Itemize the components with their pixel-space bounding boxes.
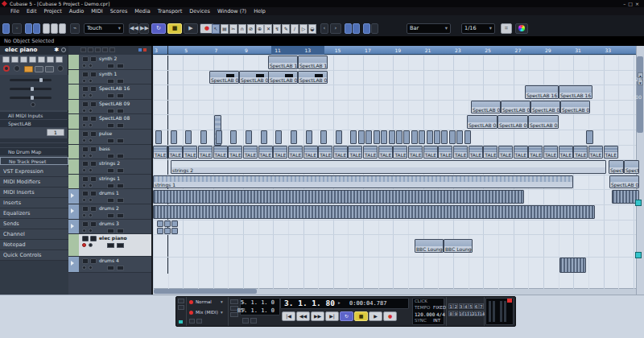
inspector-toggle-button[interactable] xyxy=(11,56,19,63)
edit-channel-button[interactable] xyxy=(107,168,114,173)
time-display-value[interactable]: 0:00:04.787 xyxy=(349,300,386,307)
edit-channel-button[interactable] xyxy=(107,123,114,128)
tempo-value[interactable]: 120.000 xyxy=(415,311,435,318)
part-spectlab-02[interactable]: SpectLAB 02 xyxy=(209,71,239,84)
part-tale[interactable]: TALE xyxy=(318,146,332,159)
part-tale[interactable]: TALE xyxy=(198,146,213,159)
record-button[interactable]: ● xyxy=(383,311,397,321)
part[interactable] xyxy=(389,130,395,144)
part[interactable] xyxy=(441,130,448,144)
part[interactable] xyxy=(559,258,586,273)
auto-fades-button[interactable] xyxy=(24,66,33,72)
edit-channel-button[interactable] xyxy=(107,154,114,159)
record-enable-button[interactable] xyxy=(82,229,86,233)
part-tale[interactable]: TALE xyxy=(258,146,273,159)
part-spectlab-02[interactable]: SpectLAB 02 xyxy=(239,71,269,84)
track-row-SpectLAB-08[interactable]: SpectLAB 08 xyxy=(68,114,151,130)
punch-in-button[interactable] xyxy=(230,299,238,304)
timebase-button[interactable] xyxy=(117,79,124,84)
track-list-header-button[interactable] xyxy=(102,47,108,52)
mute-button[interactable] xyxy=(82,161,89,167)
marker-button-7[interactable]: 7 xyxy=(479,303,484,309)
part-spectlab-16[interactable]: SpectLAB 16 xyxy=(559,85,592,99)
tempo-label[interactable]: TEMPO xyxy=(415,305,430,311)
punch-button[interactable] xyxy=(196,319,202,324)
rewind-button[interactable]: ◀◀ xyxy=(296,311,310,321)
menu-item-window[interactable]: Window (?) xyxy=(217,7,246,15)
program-row[interactable] xyxy=(0,143,68,147)
inspector-section-channel[interactable]: Channel xyxy=(0,229,68,240)
solo-button[interactable] xyxy=(90,191,97,196)
mute-button[interactable] xyxy=(82,72,89,77)
track-list-header-button[interactable] xyxy=(95,47,101,52)
part-spectlab-17[interactable]: SpectLAB 17 xyxy=(268,56,298,69)
monitor-button[interactable] xyxy=(89,229,93,233)
part[interactable] xyxy=(275,130,282,144)
edit-channel-button[interactable] xyxy=(107,109,114,113)
record-enable-button[interactable] xyxy=(82,243,86,247)
inspector-section-equalizers[interactable]: Equalizers xyxy=(0,208,68,219)
marker-button-14[interactable]: 14 xyxy=(479,311,484,316)
part[interactable] xyxy=(586,130,593,144)
goto-start-button[interactable]: |◀ xyxy=(282,311,295,321)
part-spectlab-09[interactable]: SpectLAB 09 xyxy=(530,101,560,114)
auto-quantize-button[interactable] xyxy=(189,319,195,324)
inspector-toggle-button[interactable] xyxy=(47,56,54,63)
track-row-elec-piano[interactable]: elec piano xyxy=(68,234,151,257)
record-enable-button[interactable] xyxy=(82,154,86,158)
part[interactable] xyxy=(216,130,222,144)
part-tale[interactable]: TALE xyxy=(543,146,558,159)
time-signature[interactable]: 4/4 xyxy=(436,311,445,318)
timebase-button[interactable] xyxy=(117,168,124,173)
part-tale[interactable]: TALE xyxy=(288,146,303,159)
record-mode-value[interactable]: Normal xyxy=(196,299,212,305)
inspector-section-midimodifiers[interactable]: MIDI Modifiers xyxy=(0,177,68,188)
right-locator-value[interactable]: 85. 1. 1. 0 xyxy=(237,307,275,314)
marker-button-8[interactable]: 8 xyxy=(448,311,453,316)
drum-map-knob[interactable] xyxy=(31,102,35,107)
show-inspector-button[interactable] xyxy=(25,23,32,34)
part[interactable] xyxy=(171,228,178,234)
menu-item-scores[interactable]: Scores xyxy=(110,7,128,15)
part-tale[interactable]: TALE xyxy=(213,146,228,159)
solo-button[interactable] xyxy=(90,72,97,77)
part-spectlab-02[interactable]: SpectLAB 02 xyxy=(298,71,328,84)
drum-map-row[interactable]: No Drum Map xyxy=(0,148,68,155)
track-row-drums-2[interactable]: drums 2 xyxy=(68,204,151,220)
part-tale[interactable]: TALE xyxy=(168,146,183,159)
record-enable-button[interactable] xyxy=(82,198,86,202)
timebase-button[interactable] xyxy=(117,198,124,203)
record-enable-button[interactable] xyxy=(82,183,86,188)
edit-channel-button[interactable] xyxy=(107,213,114,218)
position-format-icon[interactable]: ▸ xyxy=(338,300,341,306)
inspector-section-inserts[interactable]: Inserts xyxy=(0,198,68,208)
mute-button[interactable] xyxy=(82,101,89,107)
monitor-button[interactable] xyxy=(89,138,93,142)
tab-icon[interactable] xyxy=(61,47,66,52)
part-tale[interactable]: TALE xyxy=(453,146,468,159)
inspector-toggle-button[interactable] xyxy=(20,56,27,63)
tool-play[interactable]: ▷ xyxy=(299,24,308,34)
part[interactable] xyxy=(153,190,524,204)
part[interactable] xyxy=(306,130,312,144)
left-locator-value[interactable]: 5. 1. 1. 0 xyxy=(241,299,275,306)
timebase-button[interactable] xyxy=(117,183,124,188)
track-row-drums-1[interactable]: drums 1 xyxy=(68,189,151,204)
inspector-toggle-button[interactable] xyxy=(56,56,63,63)
part-spectlab-17[interactable]: SpectLAB 17 xyxy=(298,56,328,69)
color-tool-button[interactable] xyxy=(515,23,528,34)
marker-button-1[interactable]: 1 xyxy=(448,303,453,309)
track-row-SpectLAB-09[interactable]: SpectLAB 09 xyxy=(68,100,151,115)
tool-glue[interactable]: ∩ xyxy=(238,24,246,34)
solo-button[interactable] xyxy=(90,101,97,107)
record-enable-button[interactable] xyxy=(82,109,86,113)
part[interactable] xyxy=(365,130,372,144)
menu-item-midi[interactable]: MIDI xyxy=(91,7,102,15)
part-tale[interactable]: TALE xyxy=(378,146,393,159)
record-enable-button[interactable] xyxy=(82,123,86,127)
quantize-setup-button[interactable]: ⌗ xyxy=(501,23,512,34)
monitor-button[interactable] xyxy=(89,109,93,113)
mute-button[interactable] xyxy=(82,146,89,152)
track-row-drums-3[interactable]: drums 3 xyxy=(68,220,151,235)
constrain-delay-button[interactable]: ⌁ xyxy=(70,23,80,34)
